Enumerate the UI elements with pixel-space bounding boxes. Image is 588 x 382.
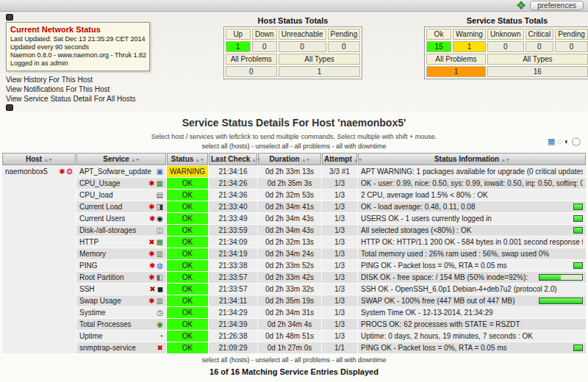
penguin-icon[interactable]: ◉: [157, 215, 163, 223]
totals-summary-label[interactable]: All Types: [279, 54, 360, 65]
alert-icon[interactable]: ✱: [59, 167, 65, 176]
service-name-link[interactable]: snmptrap-service: [79, 342, 136, 353]
sort-icons[interactable]: ▲▼: [251, 157, 260, 162]
service-name-link[interactable]: Uptime: [79, 331, 103, 342]
service-name-link[interactable]: Root Partition: [79, 272, 124, 283]
refresh-icon[interactable]: ◯: [572, 137, 581, 146]
service-name-link[interactable]: Disk-/all-storages: [79, 225, 136, 236]
totals-value[interactable]: 0: [487, 41, 524, 52]
sort-icons[interactable]: ▲▼: [354, 157, 362, 162]
processes-icon[interactable]: ◉: [157, 320, 163, 329]
terminal-icon[interactable]: ◼: [157, 285, 163, 294]
preferences-button[interactable]: preferences: [530, 1, 584, 10]
totals-label[interactable]: Up: [226, 29, 251, 40]
totals-summary-label[interactable]: All Problems: [226, 54, 277, 65]
service-name-link[interactable]: CPU_Usage: [79, 178, 121, 189]
totals-value[interactable]: 0: [279, 41, 326, 52]
totals-summary-value[interactable]: 1: [279, 66, 360, 77]
column-header-status-information[interactable]: Status Information▲▼: [358, 153, 586, 165]
totals-label[interactable]: Unreachable: [279, 29, 326, 40]
excel-export-icon[interactable]: ▦: [548, 137, 555, 146]
mute-icon[interactable]: ✖: [157, 344, 163, 353]
sort-icons[interactable]: ▲▼: [501, 157, 509, 162]
totals-label[interactable]: Down: [252, 29, 277, 40]
service-row[interactable]: Current Load✱◨OK21:33:400d 2h 34m 41s1/3…: [2, 201, 586, 212]
service-name-link[interactable]: Current Load: [79, 201, 122, 212]
service-name-link[interactable]: APT_Sofware_update: [79, 166, 151, 177]
column-header-duration[interactable]: Duration▲▼: [258, 153, 321, 165]
monitor-icon[interactable]: ▤: [157, 191, 163, 200]
mute-icon[interactable]: ✖: [149, 285, 155, 294]
partition-icon[interactable]: ◧: [157, 273, 163, 282]
select-link[interactable]: all problems: [295, 356, 331, 364]
service-row[interactable]: Current Users✱◉OK21:33:490d 2h 34m 43s1/…: [2, 213, 586, 224]
totals-summary-value[interactable]: 16: [487, 66, 588, 77]
sort-icons[interactable]: ▲▼: [301, 157, 310, 162]
alert-icon[interactable]: ✱: [148, 203, 154, 212]
totals-value[interactable]: 0: [526, 41, 554, 52]
alert-icon[interactable]: ✱: [148, 297, 154, 306]
collapse-panel-icon-bottom[interactable]: [6, 104, 13, 111]
collapse-panel-icon-top[interactable]: [6, 14, 13, 21]
debian-icon[interactable]: ❂: [67, 167, 73, 176]
apt-icon[interactable]: ▣: [157, 167, 163, 176]
alert-icon[interactable]: ✱: [148, 273, 154, 282]
column-header-host[interactable]: Host▲▼: [2, 153, 76, 165]
service-row[interactable]: Systime◷OK21:34:290d 2h 34m 31s1/3System…: [2, 307, 586, 318]
sort-icons[interactable]: ▲▼: [43, 157, 52, 162]
service-row[interactable]: Memory✱▥OK21:34:190d 2h 34m 24s1/3Total …: [2, 248, 586, 259]
view-history-link[interactable]: View History For This Host: [6, 75, 162, 84]
http-icon[interactable]: ▩: [157, 238, 163, 247]
totals-summary-value[interactable]: 1: [426, 66, 486, 77]
select-link[interactable]: unselect all: [255, 143, 288, 150]
service-name-link[interactable]: Memory: [79, 248, 106, 259]
alert-icon[interactable]: ✱: [149, 262, 155, 270]
contrast-icon[interactable]: ◐: [564, 137, 570, 146]
service-row[interactable]: Disk-/all-storages◫OK21:33:590d 2h 34m 4…: [2, 225, 586, 236]
totals-value[interactable]: 1: [226, 41, 251, 52]
totals-label[interactable]: Pending: [328, 29, 361, 40]
alert-icon[interactable]: ✱: [148, 250, 154, 259]
sound-icon[interactable]: ◌: [557, 137, 562, 146]
totals-value[interactable]: 0: [328, 41, 361, 52]
service-row[interactable]: CPU_Usage✱▦OK21:34:260d 2h 35m 3s1/3OK -…: [2, 178, 586, 189]
service-row[interactable]: naemonbox5✱❂APT_Sofware_update▣WARNING21…: [2, 166, 586, 177]
totals-value[interactable]: 15: [426, 41, 451, 52]
column-header-service[interactable]: Service▲▼: [76, 153, 166, 165]
service-name-link[interactable]: Current Users: [79, 213, 125, 224]
sort-icons[interactable]: ▲▼: [195, 157, 204, 162]
select-link[interactable]: all with downtime: [336, 356, 387, 364]
column-header-status[interactable]: Status▲▼: [167, 153, 208, 165]
totals-label[interactable]: Warning: [453, 29, 486, 40]
sort-icons[interactable]: ▲▼: [131, 157, 140, 162]
totals-summary-label[interactable]: All Types: [487, 54, 588, 65]
quick-prefs-icon[interactable]: ❖: [516, 0, 526, 12]
totals-summary-value[interactable]: 0: [226, 66, 277, 77]
service-row[interactable]: Root Partition✱◧OK21:33:570d 2h 33m 42s1…: [2, 272, 586, 283]
totals-value[interactable]: 1: [453, 41, 486, 52]
service-row[interactable]: Swap Usage✱▥OK21:34:110d 2h 35m 19s1/3SW…: [2, 295, 586, 306]
service-name-link[interactable]: CPU_load: [79, 190, 113, 201]
cpu-icon[interactable]: ▦: [157, 179, 163, 188]
swap-icon[interactable]: ▥: [157, 297, 163, 306]
service-name-link[interactable]: Systime: [79, 307, 106, 318]
select-link[interactable]: unselect all: [255, 356, 288, 364]
load-icon[interactable]: ◨: [157, 203, 163, 212]
service-name-link[interactable]: HTTP: [79, 237, 98, 248]
select-link[interactable]: select all (hosts): [201, 143, 249, 150]
host-name-link[interactable]: naemonbox5: [5, 166, 48, 177]
uptime-icon[interactable]: ◔: [159, 332, 163, 341]
service-name-link[interactable]: SSH: [79, 284, 95, 295]
totals-label[interactable]: Critical: [526, 29, 554, 40]
service-row[interactable]: CPU_load▤OK21:34:360d 2h 32m 53s1/32 CPU…: [2, 190, 586, 201]
totals-value[interactable]: 0: [555, 41, 588, 52]
totals-summary-label[interactable]: All Problems: [426, 54, 486, 65]
storage-icon[interactable]: ◫: [157, 226, 163, 235]
totals-label[interactable]: Unknown: [487, 29, 524, 40]
service-row[interactable]: Uptime◔OK21:26:380d 1h 48m 51s1/3Uptime:…: [2, 331, 586, 342]
globe-icon[interactable]: ◍: [157, 262, 163, 270]
service-name-link[interactable]: Swap Usage: [79, 295, 121, 306]
column-header-attempt[interactable]: Attempt▲▼: [322, 153, 357, 165]
view-service-status-link[interactable]: View Service Status Detail For All Hosts: [6, 94, 162, 104]
view-notifications-link[interactable]: View Notifications For This Host: [6, 84, 162, 94]
